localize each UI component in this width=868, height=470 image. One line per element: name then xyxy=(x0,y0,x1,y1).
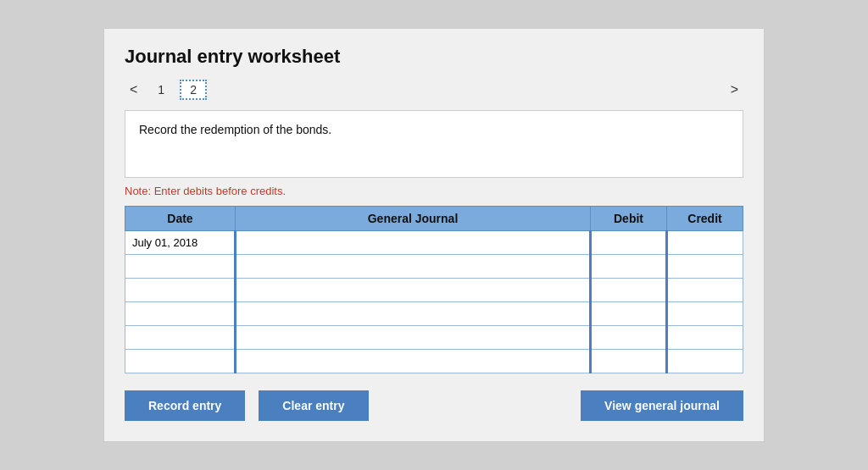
table-row xyxy=(125,279,743,302)
table-row xyxy=(125,255,743,279)
cell-journal[interactable] xyxy=(236,326,591,350)
page-title: Journal entry worksheet xyxy=(125,46,743,68)
cell-credit[interactable] xyxy=(667,255,743,279)
cell-date[interactable] xyxy=(125,326,236,350)
table-row xyxy=(125,326,743,350)
cell-debit[interactable] xyxy=(591,231,667,255)
worksheet-container: Journal entry worksheet < 1 2 > Record t… xyxy=(103,28,765,442)
next-page-button[interactable]: > xyxy=(726,80,743,99)
page-2-active[interactable]: 2 xyxy=(180,80,207,100)
table-row xyxy=(125,302,743,326)
page-1[interactable]: 1 xyxy=(151,81,171,98)
table-row: July 01, 2018 xyxy=(125,231,743,255)
cell-debit[interactable] xyxy=(591,350,667,373)
col-header-journal: General Journal xyxy=(236,207,591,231)
cell-debit[interactable] xyxy=(591,279,667,302)
cell-journal[interactable] xyxy=(236,350,591,373)
cell-journal[interactable] xyxy=(236,231,591,255)
cell-debit[interactable] xyxy=(591,255,667,279)
cell-date[interactable]: July 01, 2018 xyxy=(125,231,236,255)
cell-journal[interactable] xyxy=(236,302,591,326)
view-journal-button[interactable]: View general journal xyxy=(581,390,743,421)
clear-entry-button[interactable]: Clear entry xyxy=(259,390,368,421)
cell-debit[interactable] xyxy=(591,302,667,326)
pagination: < 1 2 > xyxy=(125,80,743,100)
cell-credit[interactable] xyxy=(667,350,743,373)
cell-date[interactable] xyxy=(125,302,236,326)
note-text: Note: Enter debits before credits. xyxy=(125,185,743,197)
prev-page-button[interactable]: < xyxy=(125,80,142,99)
col-header-credit: Credit xyxy=(667,207,743,231)
cell-journal[interactable] xyxy=(236,279,591,302)
cell-credit[interactable] xyxy=(667,231,743,255)
buttons-row: Record entry Clear entry View general jo… xyxy=(125,390,743,421)
col-header-debit: Debit xyxy=(591,207,667,231)
cell-journal[interactable] xyxy=(236,255,591,279)
cell-date[interactable] xyxy=(125,279,236,302)
description-box: Record the redemption of the bonds. xyxy=(125,110,743,178)
cell-credit[interactable] xyxy=(667,279,743,302)
journal-table: Date General Journal Debit Credit July 0… xyxy=(125,206,743,373)
table-row xyxy=(125,350,743,373)
description-text: Record the redemption of the bonds. xyxy=(139,123,331,136)
cell-debit[interactable] xyxy=(591,326,667,350)
cell-date[interactable] xyxy=(125,255,236,279)
cell-credit[interactable] xyxy=(667,302,743,326)
cell-credit[interactable] xyxy=(667,326,743,350)
record-entry-button[interactable]: Record entry xyxy=(125,390,245,421)
cell-date[interactable] xyxy=(125,350,236,373)
col-header-date: Date xyxy=(125,207,236,231)
